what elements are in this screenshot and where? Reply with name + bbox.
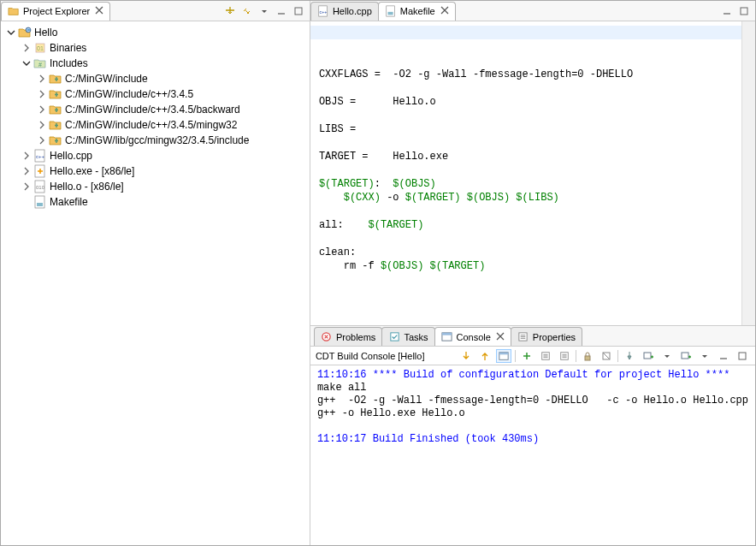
cons-icon — [441, 331, 453, 343]
pin-button[interactable] — [622, 349, 637, 363]
scroll-lock-button[interactable] — [580, 349, 595, 363]
exe-icon — [33, 164, 47, 178]
incfld-icon — [49, 87, 62, 101]
tree-item-label: Includes — [50, 56, 88, 71]
expander-icon[interactable] — [37, 104, 47, 115]
tree-item[interactable]: C:/MinGW/include — [6, 71, 310, 86]
task-icon — [388, 331, 400, 343]
tree-item[interactable]: Hello.exe - [x86/le] — [6, 163, 310, 179]
view-menu-button[interactable] — [257, 4, 272, 18]
show-console-button[interactable] — [496, 349, 511, 363]
open-console-button[interactable] — [678, 349, 694, 363]
project-explorer-pane: Project Explorer HelloBinariesIncludesC:… — [1, 1, 310, 545]
incfld-icon — [49, 118, 62, 132]
collapse-all-button[interactable] — [222, 4, 238, 18]
editor-maximize-button[interactable] — [736, 4, 752, 18]
maximize-button[interactable] — [291, 4, 306, 18]
editor-tab-label: Makefile — [400, 6, 435, 16]
tree-item-label: Hello.cpp — [50, 148, 92, 163]
close-icon[interactable] — [95, 6, 103, 16]
editor-text-area[interactable]: CXXFLAGS = -O2 -g -Wall -fmessage-length… — [310, 21, 741, 325]
project-tree[interactable]: HelloBinariesIncludesC:/MinGW/includeC:/… — [1, 21, 310, 545]
tree-item[interactable]: C:/MinGW/lib/gcc/mingw32/3.4.5/include — [6, 133, 310, 148]
editor-tab-label: Hello.cpp — [333, 6, 372, 16]
bottom-minimize-button[interactable] — [716, 349, 731, 363]
mk-icon — [33, 195, 47, 209]
editor-pane: Hello.cppMakefile CXXFLAGS = -O2 -g -Wal… — [310, 1, 755, 326]
tree-item[interactable]: Binaries — [6, 40, 310, 56]
tree-item[interactable]: C:/MinGW/include/c++/3.4.5/backward — [6, 102, 310, 117]
explorer-title: Project Explorer — [23, 6, 90, 16]
prev-err-button[interactable] — [477, 349, 493, 363]
expander-icon[interactable] — [21, 151, 32, 161]
view-tab-tasks[interactable]: Tasks — [381, 327, 434, 346]
copy-button[interactable] — [538, 349, 553, 363]
editor-minimize-button[interactable] — [719, 4, 735, 18]
tree-item-label: Binaries — [50, 40, 86, 56]
prop-icon — [517, 331, 529, 343]
minimize-button[interactable] — [274, 4, 289, 18]
link-editor-button[interactable] — [239, 4, 255, 18]
save-log-button[interactable] — [557, 349, 572, 363]
add-button[interactable] — [519, 349, 535, 363]
view-tab-label: Console — [457, 332, 491, 342]
obj-icon — [33, 180, 47, 193]
editor-tab[interactable]: Makefile — [378, 2, 456, 21]
expander-icon[interactable] — [21, 181, 32, 192]
tree-item[interactable]: Makefile — [6, 194, 310, 210]
next-err-button[interactable] — [458, 349, 474, 363]
project-explorer-tab[interactable]: Project Explorer — [1, 2, 110, 21]
cpp-icon — [33, 149, 47, 163]
incfld-icon — [49, 72, 62, 86]
expander-icon[interactable] — [21, 43, 32, 53]
clear-button[interactable] — [599, 349, 614, 363]
console-subtitle: CDT Build Console [Hello] — [316, 351, 425, 361]
view-tab-label: Properties — [533, 332, 576, 342]
expander-icon[interactable] — [21, 58, 32, 68]
view-tab-properties[interactable]: Properties — [511, 327, 582, 346]
bottom-maximize-button[interactable] — [735, 349, 750, 363]
tree-item[interactable]: Includes — [6, 56, 310, 71]
console-output[interactable]: 11:10:16 **** Build of configuration Def… — [310, 365, 755, 545]
tree-item-label: C:/MinGW/include — [65, 71, 148, 86]
expander-icon[interactable] — [37, 120, 47, 130]
editor-tab[interactable]: Hello.cpp — [310, 2, 379, 21]
tree-item[interactable]: Hello.o - [x86/le] — [6, 179, 310, 194]
tree-item-label: Hello.o - [x86/le] — [50, 179, 124, 194]
view-tab-console[interactable]: Console — [434, 327, 511, 346]
tree-item[interactable]: C:/MinGW/include/c++/3.4.5/mingw32 — [6, 117, 310, 133]
expander-icon[interactable] — [37, 135, 47, 145]
tree-item[interactable]: C:/MinGW/include/c++/3.4.5 — [6, 86, 310, 102]
menu-dropdown[interactable] — [659, 349, 675, 363]
proj-icon — [18, 26, 32, 39]
tree-item[interactable]: Hello.cpp — [6, 148, 310, 163]
view-tab-label: Problems — [336, 332, 375, 342]
incfld-icon — [49, 103, 62, 116]
bin-icon — [33, 41, 47, 55]
tree-item-label: C:/MinGW/include/c++/3.4.5/backward — [65, 102, 240, 117]
tree-item-label: C:/MinGW/include/c++/3.4.5 — [65, 86, 193, 102]
inc-icon — [33, 56, 47, 70]
close-icon[interactable] — [496, 332, 505, 342]
editor-scrollbar[interactable] — [741, 21, 755, 325]
display-console-button[interactable] — [641, 349, 656, 363]
folder-nav-icon — [8, 5, 20, 17]
tree-item-label: Makefile — [50, 194, 88, 210]
current-line-highlight — [310, 26, 741, 39]
expander-icon[interactable] — [37, 74, 47, 84]
menu-dropdown-2[interactable] — [697, 349, 712, 363]
expander-icon[interactable] — [37, 89, 47, 99]
tree-item-label: Hello — [34, 25, 57, 40]
cpp-icon — [317, 5, 329, 17]
view-tab-label: Tasks — [404, 332, 428, 342]
bottom-pane: ProblemsTasksConsoleProperties CDT Build… — [310, 326, 755, 545]
expander-icon[interactable] — [21, 166, 32, 176]
tree-item-label: Hello.exe - [x86/le] — [50, 163, 134, 179]
prob-icon — [321, 331, 333, 343]
tree-item[interactable]: Hello — [6, 25, 310, 40]
close-icon[interactable] — [440, 6, 449, 16]
expander-icon[interactable] — [6, 27, 16, 38]
expander-icon[interactable] — [21, 197, 32, 207]
view-tab-problems[interactable]: Problems — [314, 327, 382, 346]
tree-item-label: C:/MinGW/lib/gcc/mingw32/3.4.5/include — [65, 133, 249, 148]
